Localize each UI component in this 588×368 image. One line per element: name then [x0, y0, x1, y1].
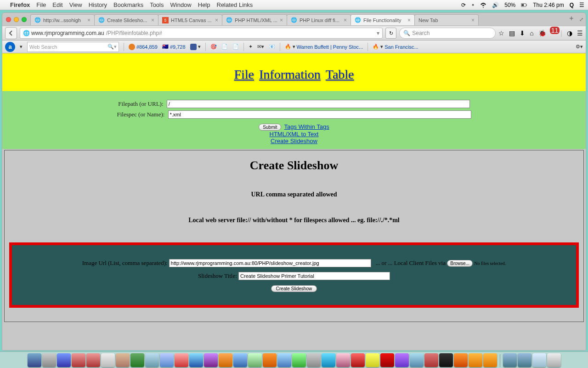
dock-app-icon[interactable] [307, 353, 321, 367]
web-search-input[interactable]: Web Search 🔍▾ [27, 42, 119, 52]
close-tab-icon[interactable]: × [407, 17, 411, 23]
dock-app-icon[interactable] [72, 353, 85, 367]
dock-app-icon[interactable] [189, 353, 203, 367]
reload-button[interactable]: ↻ [385, 28, 396, 39]
wifi-icon[interactable] [480, 2, 486, 8]
tab-2[interactable]: 5HTML5 Canvas ...× [158, 14, 222, 25]
dock-folder-icon[interactable] [518, 353, 531, 367]
dock-app-icon[interactable] [322, 353, 335, 367]
search-icon[interactable]: 🔍▾ [107, 44, 117, 50]
doc1-icon[interactable]: 📄 [221, 44, 228, 50]
clock[interactable]: Thu 2:46 pm [533, 2, 564, 8]
hamburger-icon[interactable]: ☰ [577, 29, 583, 37]
title-link-information[interactable]: Information [259, 67, 321, 81]
spotlight-icon[interactable]: Q [570, 2, 574, 8]
menu-edit[interactable]: Edit [52, 1, 62, 8]
menu-file[interactable]: File [36, 1, 46, 8]
menu-bookmarks[interactable]: Bookmarks [113, 1, 143, 8]
dock-folder-icon[interactable] [503, 353, 517, 367]
dock-opera-icon[interactable] [380, 353, 394, 367]
dock-app-icon[interactable] [277, 353, 291, 367]
minimize-window-icon[interactable] [14, 17, 19, 22]
dock-app-icon[interactable] [57, 353, 71, 367]
dock-app-icon[interactable] [336, 353, 350, 367]
link-html-xml-to-text[interactable]: HTML/XML to Text [270, 131, 319, 138]
dock-app-icon[interactable] [395, 353, 409, 367]
browse-button[interactable]: Browse... [447, 260, 473, 267]
bm-link-0[interactable]: 🔥▾ Warren Buffett | Penny Stoc... [285, 44, 363, 50]
address-bar[interactable]: 🌐 www.rjmprogramming.com.au/PHP/fileinfo… [20, 28, 383, 39]
gmail-icon[interactable]: 📧 [269, 44, 275, 50]
zoom-window-icon[interactable] [22, 17, 27, 22]
gear-icon[interactable]: ⚙▾ [576, 44, 583, 50]
bm-link-1[interactable]: 🔥▾ San Francisc... [373, 44, 418, 50]
dock-app-icon[interactable] [469, 353, 482, 367]
close-tab-icon[interactable]: × [151, 17, 154, 23]
link-pin[interactable]: ▾ [190, 44, 201, 50]
tab-0[interactable]: 🌐http://w...ssohigh× [30, 14, 95, 25]
close-tab-icon[interactable]: × [215, 17, 218, 23]
target-icon[interactable]: 🎯 [210, 44, 217, 50]
dock-chrome-icon[interactable] [366, 353, 379, 367]
dock-app-icon[interactable] [410, 353, 424, 367]
tab-4[interactable]: 🌐PHP Linux diff fi...× [287, 14, 351, 25]
bluetooth-icon[interactable]: ᛭ [471, 2, 475, 8]
close-tab-icon[interactable]: × [471, 17, 475, 23]
link-tags-within-tags[interactable]: Tags Within Tags [284, 123, 329, 130]
chevron-down-icon[interactable]: ▾ [20, 44, 23, 50]
dock-trash-icon[interactable] [547, 353, 561, 367]
star-icon[interactable]: ☆ [498, 29, 504, 37]
alexa-rank[interactable]: #864,859 [129, 44, 158, 50]
title-link-file[interactable]: File [234, 67, 254, 81]
sync-icon[interactable]: ⟳ [461, 2, 466, 8]
tab-3[interactable]: 🌐PHP HTML/XML ...× [222, 14, 287, 25]
sync-toolbar-icon[interactable]: ◑ [567, 29, 572, 37]
addon-icon[interactable]: 🐞11 [538, 29, 556, 37]
doc2-icon[interactable]: 📄 [232, 44, 239, 50]
dock-safari-icon[interactable] [160, 353, 174, 367]
tab-1[interactable]: 🌐Create Slidesho...× [94, 14, 158, 25]
dock-app-icon[interactable] [351, 353, 365, 367]
tab-6[interactable]: New Tab× [414, 14, 479, 25]
title-link-table[interactable]: Table [326, 67, 354, 81]
window-controls[interactable] [4, 17, 30, 22]
dock-app-icon[interactable] [483, 353, 497, 367]
menu-history[interactable]: History [89, 1, 107, 8]
dock-app-icon[interactable] [86, 353, 100, 367]
slideshow-title-input[interactable] [238, 272, 390, 280]
dock-app-icon[interactable] [130, 353, 144, 367]
macos-dock[interactable] [0, 351, 588, 368]
dock-app-icon[interactable] [145, 353, 159, 367]
dock-app-icon[interactable] [175, 353, 188, 367]
app-name[interactable]: Firefox [10, 1, 30, 8]
back-button[interactable] [5, 27, 17, 39]
tab-5-active[interactable]: 🌐File Functionality× [351, 14, 415, 25]
menu-tools[interactable]: Tools [150, 1, 164, 8]
flag-rank[interactable]: 🇦🇺#9,728 [162, 44, 186, 50]
dock-finder-icon[interactable] [28, 353, 41, 367]
dock-app-icon[interactable] [263, 353, 277, 367]
dock-app-icon[interactable] [219, 353, 232, 367]
close-tab-icon[interactable]: × [87, 17, 90, 23]
dock-appstore-icon[interactable] [233, 353, 247, 367]
mail-icon[interactable]: ✉▾ [257, 44, 264, 50]
home-icon[interactable]: ⌂ [530, 29, 533, 37]
imgurl-input[interactable] [169, 259, 371, 267]
dock-app-icon[interactable] [424, 353, 438, 367]
dock-calendar-icon[interactable] [101, 353, 115, 367]
link-create-slideshow[interactable]: Create Slideshow [271, 138, 317, 144]
dropdown-icon[interactable]: ▾ [377, 30, 379, 36]
submit-button[interactable]: Submit [259, 124, 281, 131]
dock-app-icon[interactable] [42, 353, 56, 367]
volume-icon[interactable]: 🔊 [492, 2, 499, 8]
battery-icon[interactable] [521, 2, 527, 8]
filespec-input[interactable] [168, 110, 471, 119]
dock-itunes-icon[interactable] [204, 353, 218, 367]
reader-icon[interactable]: ▤ [509, 29, 515, 37]
dock-folder-icon[interactable] [532, 353, 546, 367]
new-tab-button[interactable]: + [566, 14, 577, 24]
ask-icon[interactable]: a [5, 42, 15, 52]
downloads-icon[interactable]: ⬇ [520, 29, 525, 37]
menu-related[interactable]: Related Links [217, 1, 253, 8]
filepath-input[interactable] [167, 100, 470, 108]
